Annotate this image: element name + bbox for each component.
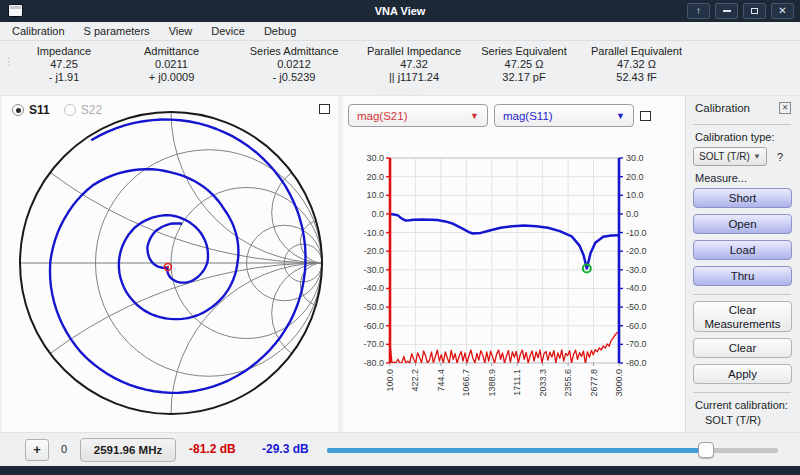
svg-text:1388.9: 1388.9	[487, 369, 497, 397]
svg-text:100.0: 100.0	[385, 369, 395, 392]
marker-value-s21: -81.2 dB	[189, 442, 236, 456]
radio-s11[interactable]: S11	[12, 103, 50, 117]
chevron-down-icon: ▼	[616, 111, 625, 121]
trace1-select[interactable]: mag(S21) ▼	[348, 104, 488, 127]
svg-text:3000.0: 3000.0	[614, 369, 624, 397]
svg-text:-50.0: -50.0	[626, 302, 647, 312]
svg-text:-60.0: -60.0	[363, 321, 384, 331]
measure-label: Measure...	[695, 172, 791, 184]
magS11-trace	[390, 214, 619, 269]
apply-button[interactable]: Apply	[693, 364, 792, 384]
plot-detach-icon[interactable]	[640, 111, 651, 121]
reading-value-2: - j0.5239	[229, 71, 359, 84]
calibration-help-button[interactable]: ?	[777, 151, 783, 163]
trace2-select-label: mag(S11)	[503, 110, 553, 122]
thru-button[interactable]: Thru	[693, 266, 792, 286]
vna-view-window: VNA View ↑ ✕ CalibrationS parametersView…	[0, 0, 800, 475]
clear-button[interactable]: Clear	[693, 338, 792, 358]
svg-text:1711.1: 1711.1	[512, 369, 522, 396]
radio-s22[interactable]: S22	[64, 103, 102, 117]
calibration-panel: Calibration ✕ Calibration type: SOLT (T/…	[685, 96, 798, 432]
frequency-slider[interactable]	[327, 441, 778, 459]
splitter-grip-icon[interactable]: · · · · ·	[0, 88, 800, 94]
trace2-select[interactable]: mag(S11) ▼	[494, 104, 634, 127]
svg-text:-70.0: -70.0	[626, 339, 647, 349]
svg-text:422.2: 422.2	[410, 369, 420, 392]
calibration-type-label: Calibration type:	[695, 131, 791, 143]
close-button[interactable]: ✕	[771, 3, 794, 19]
load-button[interactable]: Load	[693, 240, 792, 260]
readings-toolbar: ⋮ Impedance47.25- j1.91Admittance0.0211+…	[0, 41, 800, 96]
smith-marker-dot	[167, 266, 169, 268]
reading-label: Parallel Impedance	[359, 45, 469, 57]
reading-value-1: 0.0212	[229, 58, 359, 71]
svg-text:10.0: 10.0	[366, 190, 384, 200]
menu-item-s-parameters[interactable]: S parameters	[84, 25, 150, 37]
calibration-type-value: SOLT (T/R)	[699, 151, 750, 162]
svg-text:2677.8: 2677.8	[589, 369, 599, 397]
svg-text:10.0: 10.0	[626, 190, 644, 200]
current-calibration-label: Current calibration:	[695, 399, 791, 411]
window-icon	[8, 4, 23, 17]
svg-text:-60.0: -60.0	[626, 321, 647, 331]
svg-text:744.4: 744.4	[436, 369, 446, 392]
reading-label: Parallel Equivalent	[579, 45, 694, 57]
calibration-type-select[interactable]: SOLT (T/R) ▼	[693, 147, 767, 166]
svg-text:0.0: 0.0	[626, 209, 639, 219]
reading-value-1: 47.25	[14, 58, 114, 71]
menu-item-view[interactable]: View	[169, 25, 193, 37]
reading-value-1: 47.25 Ω	[469, 58, 579, 71]
menu-item-device[interactable]: Device	[211, 25, 245, 37]
titlebar[interactable]: VNA View ↑ ✕	[0, 0, 800, 22]
reading-impedance: Impedance47.25- j1.91	[14, 45, 114, 84]
slider-handle[interactable]	[698, 442, 714, 458]
panel-close-icon[interactable]: ✕	[779, 102, 791, 114]
reading-label: Admittance	[114, 45, 229, 57]
reading-value-1: 47.32	[359, 58, 469, 71]
svg-text:1066.7: 1066.7	[461, 369, 471, 397]
current-calibration-value: SOLT (T/R)	[705, 414, 791, 426]
s11-smith-trace	[50, 120, 306, 393]
menu-item-calibration[interactable]: Calibration	[12, 25, 65, 37]
svg-text:2355.6: 2355.6	[563, 369, 573, 397]
svg-text:-20.0: -20.0	[363, 246, 384, 256]
marker-index: 0	[61, 443, 67, 455]
radio-s22-icon	[64, 104, 76, 116]
y-axis-labels-right: 30.020.010.00.0-10.0-20.0-30.0-40.0-50.0…	[619, 153, 647, 368]
minimize-button[interactable]	[715, 3, 738, 19]
radio-s11-icon	[12, 104, 24, 116]
x-axis-labels: 100.0422.2744.41066.71388.91711.12033.32…	[385, 363, 624, 397]
magnitude-plot-panel: mag(S21) ▼ mag(S11) ▼ 30.020.010.00.0-10…	[343, 96, 685, 432]
reading-value-2: 32.17 pF	[469, 71, 579, 84]
svg-text:-20.0: -20.0	[626, 246, 647, 256]
reading-parallel-impedance: Parallel Impedance47.32|| j1171.24	[359, 45, 469, 84]
marker-value-s11: -29.3 dB	[262, 442, 309, 456]
open-button[interactable]: Open	[693, 214, 792, 234]
main-area: S11 S22 mag(S21) ▼ mag(S11) ▼	[0, 96, 800, 432]
svg-text:-40.0: -40.0	[626, 283, 647, 293]
trace1-select-label: mag(S21)	[357, 110, 408, 122]
add-marker-button[interactable]: +	[25, 439, 49, 461]
svg-text:20.0: 20.0	[366, 172, 384, 182]
smith-chart-panel: S11 S22	[2, 96, 338, 432]
reading-label: Impedance	[14, 45, 114, 57]
toolbar-drag-handle-icon[interactable]: ⋮	[4, 59, 10, 64]
marker-frequency-button[interactable]: 2591.96 MHz	[80, 438, 176, 462]
reading-series-equivalent: Series Equivalent47.25 Ω32.17 pF	[469, 45, 579, 84]
svg-text:-80.0: -80.0	[626, 358, 647, 368]
svg-text:30.0: 30.0	[366, 153, 384, 163]
svg-text:-40.0: -40.0	[363, 283, 384, 293]
radio-s11-label: S11	[29, 103, 50, 117]
reading-value-2: + j0.0009	[114, 71, 229, 84]
chevron-down-icon: ▼	[470, 111, 479, 121]
clear-measurements-button[interactable]: Clear Measurements	[693, 301, 792, 332]
menu-item-debug[interactable]: Debug	[264, 25, 296, 37]
keep-above-button[interactable]: ↑	[687, 3, 710, 19]
svg-text:-70.0: -70.0	[363, 339, 384, 349]
maximize-button[interactable]	[743, 3, 766, 19]
reading-value-1: 47.32 Ω	[579, 58, 694, 71]
y-axis-labels-left: 30.020.010.00.0-10.0-20.0-30.0-40.0-50.0…	[363, 153, 390, 368]
smith-detach-icon[interactable]	[319, 104, 330, 114]
reading-value-2: - j1.91	[14, 71, 114, 84]
short-button[interactable]: Short	[693, 188, 792, 208]
